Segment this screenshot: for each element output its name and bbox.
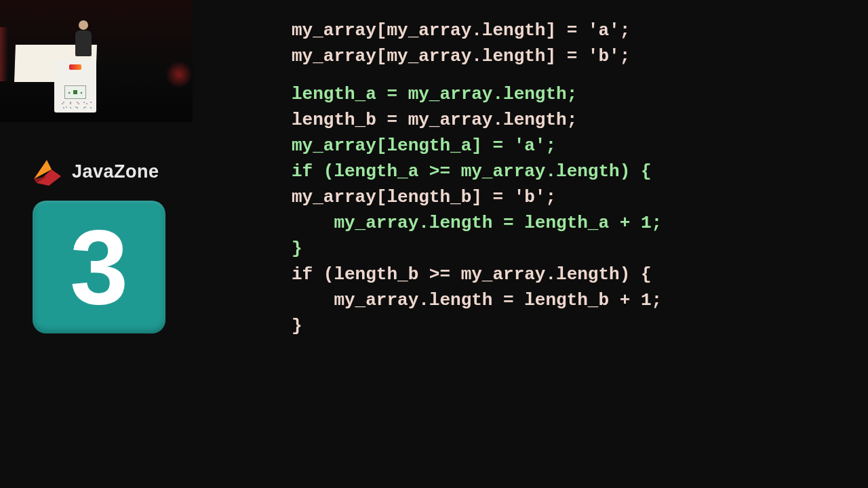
code-line: my_array[my_array.length] = 'b';: [292, 43, 848, 69]
conference-brand-name: JavaZone: [72, 161, 159, 182]
code-line: my_array.length = length_a + 1;: [292, 210, 848, 236]
countdown-badge: 3: [33, 201, 165, 333]
code-line: }: [292, 313, 848, 339]
speaker-video-thumbnail[interactable]: [0, 0, 193, 122]
code-line: }: [292, 236, 848, 262]
code-line: my_array[length_b] = 'b';: [292, 184, 848, 210]
code-line: my_array[my_array.length] = 'a';: [292, 18, 848, 43]
code-line: if (length_a >= my_array.length) {: [292, 159, 848, 184]
code-line: my_array[length_a] = 'a';: [292, 133, 848, 159]
countdown-number: 3: [70, 215, 128, 320]
slide-code-block: my_array[my_array.length] = 'a'; my_arra…: [292, 18, 848, 339]
speaker-figure: [73, 20, 94, 58]
stage-light-left: [0, 27, 8, 81]
stage-light-right: [165, 61, 193, 88]
code-line: if (length_b >= my_array.length) {: [292, 262, 848, 287]
code-line: my_array.length = length_b + 1;: [292, 287, 848, 313]
conference-brand: JavaZone: [31, 156, 159, 187]
stage-podium: [54, 60, 96, 113]
code-line: length_a = my_array.length;: [292, 81, 848, 107]
javazone-logo-icon: [31, 156, 62, 187]
code-line: length_b = my_array.length;: [292, 107, 848, 133]
